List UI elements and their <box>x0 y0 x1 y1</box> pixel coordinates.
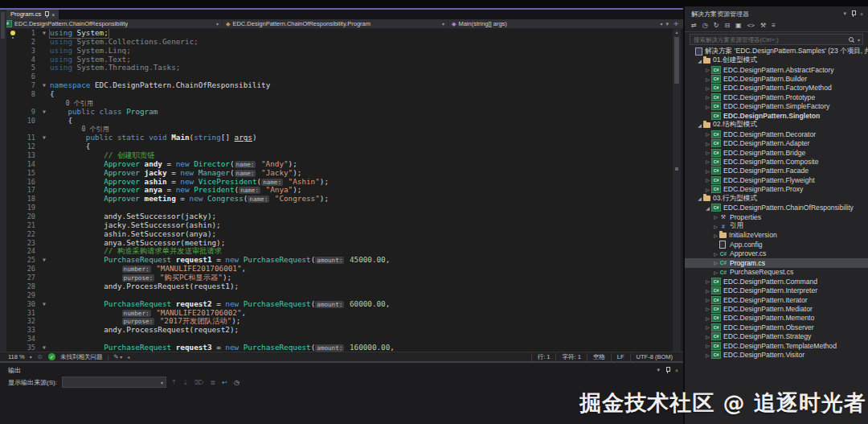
tree-item[interactable]: C#EDC.DesignPattern.Singleton <box>685 111 868 120</box>
collapsed-arrow-icon[interactable]: ▷ <box>704 177 711 183</box>
code-line[interactable]: 7▼namespace EDC.DesignPattern.ChainOfRes… <box>0 81 683 90</box>
health-check-icon[interactable]: ✓ <box>48 353 55 360</box>
tree-item[interactable]: ▷C#EDC.DesignPattern.Iterator <box>685 295 868 304</box>
collapsed-arrow-icon[interactable]: ▷ <box>704 288 711 294</box>
tree-item[interactable]: ▷C#EDC.DesignPattern.Memento <box>685 314 868 323</box>
collapsed-arrow-icon[interactable]: ▷ <box>704 85 711 91</box>
codelens-references[interactable]: 0 个引用 <box>50 125 109 133</box>
clock-icon[interactable]: ◷ <box>234 379 240 386</box>
breadcrumb-class[interactable]: ◆ EDC.DesignPattern.ChainOfResponsibilit… <box>223 19 448 28</box>
collapsed-arrow-icon[interactable]: ▷ <box>704 104 711 109</box>
tree-item[interactable]: ▷C#EDC.DesignPattern.SimpleFactory <box>685 102 868 111</box>
tree-item[interactable]: ▷C#Approver.cs <box>685 249 868 258</box>
encoding-indicator[interactable]: UTF-8 (BOM) <box>630 353 678 361</box>
collapsed-arrow-icon[interactable]: ▷ <box>704 187 711 192</box>
collapsed-arrow-icon[interactable]: ▷ <box>704 343 711 348</box>
tree-item[interactable]: ▷C#EDC.DesignPattern.Facade <box>685 167 868 175</box>
pending-changes-filter-icon[interactable]: ◷ <box>702 22 708 29</box>
fold-collapse-icon[interactable]: ▼ <box>39 256 50 265</box>
collapsed-arrow-icon[interactable]: ▷ <box>712 214 719 220</box>
codelens-references[interactable]: 0 个引用 <box>50 99 93 107</box>
collapsed-arrow-icon[interactable]: ▷ <box>704 150 711 155</box>
scroll-up-icon[interactable]: ▴ <box>673 29 681 35</box>
code-line[interactable]: 28 andy.ProcessRequest(request1); <box>0 282 683 291</box>
editor-scrollbar[interactable]: ▴ <box>673 29 681 352</box>
chevron-down-icon[interactable]: ▾ <box>661 21 663 27</box>
solution-search-box[interactable]: ▾ <box>690 34 863 45</box>
spaces-indicator[interactable]: 空格 <box>587 353 611 361</box>
collapsed-arrow-icon[interactable]: ▷ <box>704 306 711 311</box>
collapsed-arrow-icon[interactable]: ▷ <box>704 334 711 340</box>
tree-item[interactable]: ◢02.结构型模式 <box>685 121 868 130</box>
tree-item[interactable]: ▷C#Program.cs <box>685 258 868 267</box>
chevron-down-icon[interactable]: ▾ <box>858 37 862 43</box>
tree-item[interactable]: App.config <box>685 240 868 249</box>
collapsed-arrow-icon[interactable]: ▷ <box>704 297 711 303</box>
tab-program-cs[interactable]: Program.cs × <box>6 10 59 19</box>
tree-item[interactable]: ▷C#EDC.DesignPattern.Strategy <box>685 332 868 341</box>
code-cleanup-icon[interactable]: ✎ ▾ <box>113 353 122 360</box>
line-indicator[interactable]: 行: 1 <box>531 353 556 361</box>
tree-item[interactable]: 解决方案 'EDC.DesignPattern.Samples' (23 个项目… <box>685 47 868 56</box>
tree-item[interactable]: ▷C#EDC.DesignPattern.Visitor <box>685 350 868 359</box>
scrollbar-thumb[interactable] <box>674 37 679 84</box>
fold-collapse-icon[interactable]: ▼ <box>39 134 50 142</box>
collapsed-arrow-icon[interactable]: ▷ <box>704 141 711 146</box>
code-line[interactable]: 8{ <box>0 90 683 99</box>
collapsed-arrow-icon[interactable]: ▷ <box>704 131 711 137</box>
next-message-icon[interactable]: ⇣ <box>183 379 189 386</box>
collapsed-arrow-icon[interactable]: ▷ <box>712 251 719 257</box>
breadcrumb-method[interactable]: ◆ Main(string[] args) ▾ <box>448 19 666 28</box>
fold-collapse-icon[interactable]: ▼ <box>39 108 50 117</box>
previous-message-icon[interactable]: ⇡ <box>171 379 177 386</box>
tree-item[interactable]: ▷C#EDC.DesignPattern.Flyweight <box>685 175 868 184</box>
collapsed-arrow-icon[interactable]: ▷ <box>704 315 711 321</box>
chevron-down-icon[interactable]: ▾ <box>843 10 846 17</box>
tree-item[interactable]: ▷#引用 <box>685 221 868 230</box>
line-ending-indicator[interactable]: LF <box>611 353 630 361</box>
close-icon[interactable]: × <box>675 368 678 373</box>
search-icon[interactable] <box>848 36 854 43</box>
code-line[interactable]: 10 { <box>0 117 683 126</box>
collapsed-arrow-icon[interactable]: ▷ <box>704 76 711 82</box>
output-source-select[interactable]: ▾ <box>62 377 166 388</box>
clear-all-icon[interactable]: ⌦ <box>194 379 203 386</box>
tree-item[interactable]: ▷C#EDC.DesignPattern.AbstractFactory <box>685 65 868 74</box>
tree-item[interactable]: ▷C#EDC.DesignPattern.Composite <box>685 157 868 166</box>
tree-item[interactable]: ◢03.行为型模式 <box>685 194 868 203</box>
code-line[interactable]: 18 Approver meeting = new Congress(name:… <box>0 195 683 204</box>
expanded-arrow-icon[interactable]: ◢ <box>696 58 703 64</box>
collapsed-arrow-icon[interactable]: ▷ <box>704 67 711 72</box>
tree-item[interactable]: ▷C#EDC.DesignPattern.Prototype <box>685 93 868 101</box>
refresh-icon[interactable]: ↻ <box>714 22 719 29</box>
tree-item[interactable]: ▷C#EDC.DesignPattern.Builder <box>685 74 868 83</box>
tree-item[interactable]: ▷C#EDC.DesignPattern.FactoryMethod <box>685 84 868 93</box>
collapsed-arrow-icon[interactable]: ▷ <box>712 270 719 275</box>
chevron-down-icon[interactable]: ▾ <box>657 367 660 373</box>
code-line[interactable]: 9▼ public class Program <box>0 108 683 117</box>
tree-item[interactable]: ▷C#EDC.DesignPattern.Proxy <box>685 185 868 194</box>
collapsed-arrow-icon[interactable]: ▷ <box>704 352 711 358</box>
chevron-down-icon[interactable]: ▾ <box>442 21 444 27</box>
fold-collapse-icon[interactable]: ▼ <box>39 29 50 38</box>
chevron-down-icon[interactable]: ▾ <box>30 354 32 360</box>
tree-item[interactable]: ▷C#EDC.DesignPattern.TemplateMethod <box>685 341 868 350</box>
collapse-left-icon[interactable]: ◂ <box>127 354 129 360</box>
fold-collapse-icon[interactable]: ▼ <box>39 81 50 90</box>
collapsed-arrow-icon[interactable]: ▷ <box>704 278 711 284</box>
collapsed-arrow-icon[interactable]: ▷ <box>704 324 711 330</box>
collapsed-arrow-icon[interactable]: ▷ <box>712 224 719 229</box>
pin-icon[interactable] <box>44 11 48 18</box>
code-line[interactable]: 33 andy.ProcessRequest(request2); <box>0 326 683 335</box>
properties-icon[interactable]: ▣ <box>735 22 742 29</box>
collapsed-arrow-icon[interactable]: ▷ <box>704 168 711 174</box>
expanded-arrow-icon[interactable]: ◢ <box>696 196 703 201</box>
pin-icon[interactable] <box>665 367 669 373</box>
tree-item[interactable]: ▷C#EDC.DesignPattern.Command <box>685 277 868 286</box>
close-icon[interactable]: × <box>51 12 55 18</box>
collapsed-arrow-icon[interactable]: ▷ <box>712 233 719 238</box>
view-code-icon[interactable]: <> <box>747 22 755 29</box>
chevron-down-icon[interactable]: ▾ <box>216 21 219 27</box>
toggle-word-wrap-icon[interactable]: ≣ <box>211 379 216 386</box>
tree-item[interactable]: ◢C#EDC.DesignPattern.ChainOfResponsibili… <box>685 203 868 212</box>
